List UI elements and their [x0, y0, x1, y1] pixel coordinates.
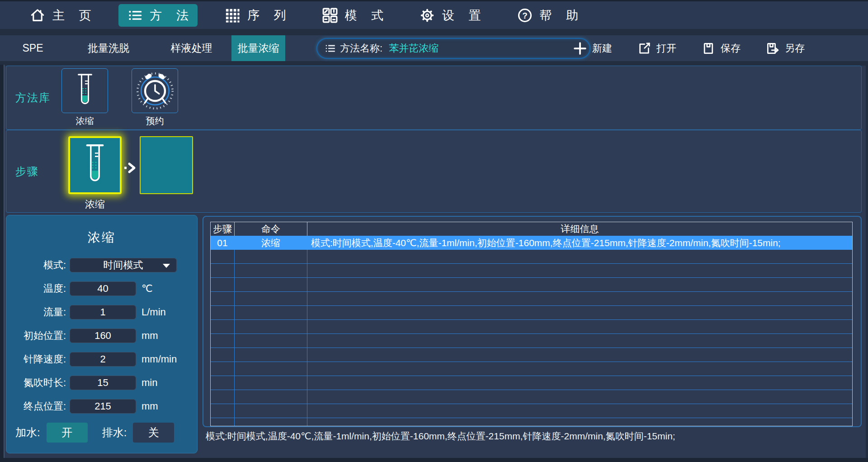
- window-edge-bottom: [0, 458, 868, 462]
- drain-toggle[interactable]: 关: [133, 423, 174, 443]
- temperature-input[interactable]: 40: [70, 281, 136, 296]
- table-row-empty[interactable]: [211, 390, 852, 404]
- table-row-empty[interactable]: [211, 292, 852, 306]
- nav-item-method[interactable]: 方 法: [118, 4, 198, 27]
- table-row-empty[interactable]: [211, 320, 852, 334]
- method-name-input[interactable]: 方法名称: 苯并芘浓缩: [316, 38, 590, 59]
- table-row-empty[interactable]: [211, 264, 852, 278]
- step-item-concentrate[interactable]: 浓缩: [68, 136, 122, 211]
- nav-label-home: 主 页: [52, 7, 97, 24]
- window-edge-line: [4, 65, 5, 462]
- tab-batch-concentration[interactable]: 批量浓缩: [231, 35, 285, 61]
- table-row-empty[interactable]: [211, 362, 852, 376]
- nav-item-home[interactable]: 主 页: [21, 4, 100, 27]
- nav-item-settings[interactable]: 设 置: [410, 4, 490, 27]
- mode-label: 模式:: [15, 258, 66, 272]
- step-arrow-icon: [123, 162, 137, 174]
- table-row-empty[interactable]: [211, 250, 852, 264]
- open-icon: [637, 42, 651, 55]
- nav-item-mode[interactable]: 模 式: [313, 4, 393, 27]
- toggle-row: 加水: 开 排水: 关: [15, 423, 197, 443]
- table-row-selected[interactable]: 01 浓缩 模式:时间模式,温度-40℃,流量-1ml/min,初始位置-160…: [211, 236, 852, 250]
- nitrogen-time-input[interactable]: 15: [70, 376, 136, 390]
- save-icon: [702, 42, 715, 55]
- new-button-label: 新建: [592, 42, 612, 55]
- save-button[interactable]: 保存: [702, 42, 741, 55]
- step-slot-empty[interactable]: [140, 136, 193, 194]
- table-row-empty[interactable]: [211, 376, 852, 390]
- header-command: 命令: [235, 222, 307, 236]
- row-command-value: 浓缩: [235, 236, 307, 250]
- add-water-toggle[interactable]: 开: [47, 423, 88, 443]
- header-detail: 详细信息: [307, 222, 852, 236]
- temperature-label: 温度:: [15, 282, 66, 295]
- window-edge-right: [866, 65, 868, 458]
- method-library-label: 方法库: [15, 66, 51, 129]
- library-item-schedule[interactable]: 预约: [132, 68, 178, 127]
- save-as-button[interactable]: 另存: [766, 42, 805, 55]
- needle-speed-input[interactable]: 2: [70, 352, 136, 367]
- end-position-label: 终点位置:: [15, 400, 66, 413]
- row-step-value: 01: [211, 236, 235, 250]
- flow-label: 流量:: [15, 305, 66, 319]
- table-row-empty[interactable]: [211, 348, 852, 362]
- parameter-panel: 浓缩 模式: 时间模式 温度: 40 ℃ 流量: 1 L/min 初始位置:: [6, 215, 198, 453]
- mode-dropdown[interactable]: 时间模式: [70, 258, 177, 272]
- test-tube-icon: [73, 72, 97, 110]
- tab-batch-elution[interactable]: 批量洗脱: [66, 35, 151, 61]
- plus-icon: [573, 42, 587, 55]
- table-row-empty[interactable]: [211, 404, 852, 418]
- library-item-concentrate-label: 浓缩: [76, 115, 94, 127]
- end-position-unit: mm: [142, 400, 158, 412]
- field-row-needle-speed: 针降速度: 2 mm/min: [15, 352, 197, 367]
- nav-item-sequence[interactable]: 序 列: [216, 4, 295, 27]
- mode-dropdown-value: 时间模式: [104, 258, 143, 272]
- step-item-concentrate-box: [68, 136, 122, 194]
- tab-spe[interactable]: SPE: [0, 35, 66, 61]
- table-row-empty[interactable]: [211, 334, 852, 348]
- nav-item-help[interactable]: ? 帮 助: [508, 4, 588, 27]
- tab-sample-processing[interactable]: 样液处理: [151, 35, 231, 61]
- field-row-nitrogen-time: 氮吹时长: 15 min: [15, 376, 197, 390]
- selected-step-detail-text: 模式:时间模式,温度-40℃,流量-1ml/min,初始位置-160mm,终点位…: [206, 430, 675, 443]
- nav-label-settings: 设 置: [442, 7, 486, 24]
- header-step: 步骤: [211, 222, 235, 236]
- drain-label: 排水:: [102, 425, 127, 440]
- nitrogen-time-label: 氮吹时长:: [15, 376, 66, 390]
- nav-label-help: 帮 助: [540, 7, 584, 24]
- save-button-label: 保存: [721, 42, 741, 55]
- table-row-empty[interactable]: [211, 306, 852, 320]
- open-button[interactable]: 打开: [637, 42, 676, 55]
- tab-sample-processing-label: 样液处理: [171, 41, 212, 55]
- field-row-mode: 模式: 时间模式: [15, 258, 197, 272]
- nav-label-sequence: 序 列: [247, 7, 292, 24]
- end-position-input[interactable]: 215: [70, 399, 136, 414]
- step-table-panel: 步骤 命令 详细信息 01 浓缩 模式:时间模式,温度-40℃,流量-1ml/m…: [203, 216, 862, 427]
- mode-tiles-icon: [322, 8, 338, 23]
- method-name-label: 方法名称:: [340, 42, 382, 55]
- table-row-empty[interactable]: [211, 278, 852, 292]
- start-position-label: 初始位置:: [15, 329, 66, 343]
- chevron-down-icon: [163, 264, 170, 268]
- steps-label: 步骤: [15, 130, 39, 212]
- table-row-empty[interactable]: [211, 418, 852, 426]
- step-item-concentrate-label: 浓缩: [85, 198, 105, 211]
- list-icon: [325, 43, 336, 54]
- start-position-input[interactable]: 160: [70, 329, 136, 343]
- flow-input[interactable]: 1: [70, 305, 136, 319]
- new-button[interactable]: 新建: [573, 42, 612, 55]
- field-row-start-position: 初始位置: 160 mm: [15, 329, 197, 343]
- help-icon: ?: [517, 8, 533, 23]
- sequence-grid-icon: [225, 8, 240, 23]
- needle-speed-unit: mm/min: [142, 353, 177, 365]
- library-item-concentrate[interactable]: 浓缩: [61, 68, 108, 127]
- field-row-flow: 流量: 1 L/min: [15, 305, 197, 319]
- nitrogen-time-unit: min: [142, 377, 157, 389]
- parameter-panel-title: 浓缩: [6, 229, 197, 246]
- gear-icon: [420, 8, 435, 23]
- add-water-label: 加水:: [15, 425, 40, 440]
- alarm-clock-icon: [135, 71, 175, 111]
- svg-text:?: ?: [522, 10, 527, 20]
- tab-batch-concentration-label: 批量浓缩: [238, 41, 279, 55]
- start-position-unit: mm: [142, 330, 158, 342]
